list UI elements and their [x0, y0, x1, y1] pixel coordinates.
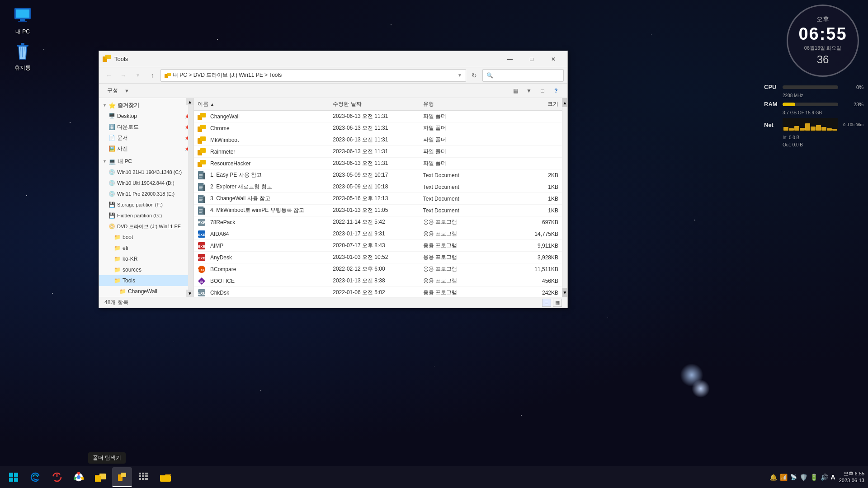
sidebar-item-sources[interactable]: 📁 sources: [99, 264, 193, 275]
table-row[interactable]: ChangeWall 2023-06-13 오전 11:31 파일 폴더: [194, 111, 562, 122]
sidebar-item-win10d[interactable]: 💿 Win10 Ulti 19042.844 (D:): [99, 178, 193, 188]
sidebar-item-downloads[interactable]: ⬇️ 다운로드 📌: [99, 122, 193, 132]
maximize-button[interactable]: □: [521, 52, 542, 66]
language-icon[interactable]: A: [831, 474, 835, 481]
preview-pane-button[interactable]: □: [537, 85, 548, 96]
security-icon[interactable]: 🛡️: [800, 474, 807, 481]
sidebar-item-efi[interactable]: 📁 efi: [99, 243, 193, 253]
up-button[interactable]: ↑: [146, 69, 159, 82]
refresh-button[interactable]: ↻: [468, 69, 481, 82]
folder-button[interactable]: [156, 467, 175, 487]
chrome-button[interactable]: [69, 467, 89, 487]
scrollbar-up[interactable]: ▲: [562, 98, 567, 107]
sidebar-item-storagef[interactable]: 💾 Storage partition (F:): [99, 199, 193, 210]
svg-rect-39: [203, 208, 205, 215]
sidebar-item-desktop[interactable]: 🖥️ Desktop 📌: [99, 111, 193, 122]
table-row[interactable]: EXE AnyDesk 2023-01-03 오전 10:52 응용 프로그램 …: [194, 252, 562, 263]
table-row[interactable]: 2. Explorer 새로고침 참고 2023-05-09 오전 10:18 …: [194, 181, 562, 193]
sidebar-item-win10c[interactable]: 💿 Win10 21H1 19043.1348 (C:): [99, 167, 193, 178]
change-view-button[interactable]: ▦: [509, 85, 521, 96]
address-bar[interactable]: 내 PC > DVD 드라이브 (J:) Win11 PE > Tools ▼: [160, 69, 466, 82]
sidebar-item-ko-kr[interactable]: 📁 ko-KR: [99, 253, 193, 264]
organize-arrow[interactable]: ▼: [124, 88, 129, 94]
sidebar-item-dvdj[interactable]: 📀 DVD 드라이브 (J:) Win11 PE: [99, 221, 193, 232]
tooltip-folder-explorer: 폴더 탐색기: [88, 452, 126, 464]
power-button[interactable]: [47, 467, 67, 487]
cpu-row: CPU 0%: [764, 84, 863, 90]
table-row[interactable]: 4. MkWimboot로 wimPE 부팅등록 참고 2023-01-13 오…: [194, 205, 562, 216]
table-row[interactable]: MkWimboot 2023-06-13 오전 11:31 파일 폴더: [194, 134, 562, 146]
sidebar-item-pictures[interactable]: 🖼️ 사진 📌: [99, 143, 193, 154]
table-row[interactable]: Chrome 2023-06-13 오전 11:31 파일 폴더: [194, 122, 562, 134]
file-type: 파일 폴더: [423, 124, 514, 132]
mypc-header[interactable]: ▼ 💻 내 PC: [99, 156, 193, 167]
details-view-button[interactable]: ▦: [553, 299, 562, 307]
apps-button[interactable]: [134, 467, 154, 487]
table-row[interactable]: EXE ChkDsk 2022-01-06 오전 5:02 응용 프로그램 24…: [194, 287, 562, 297]
table-row[interactable]: EXE AIDA64 2023-01-17 오전 9:31 응용 프로그램 14…: [194, 228, 562, 240]
title-bar-controls: — □ ✕: [500, 52, 564, 66]
address-dropdown-arrow[interactable]: ▼: [458, 73, 462, 78]
favorites-header[interactable]: ▼ ⭐ 즐겨찾기: [99, 100, 193, 111]
help-button[interactable]: ?: [550, 85, 562, 96]
battery-icon[interactable]: 🔋: [810, 474, 818, 481]
col-size-header[interactable]: 크기: [513, 100, 558, 108]
file-icon: [198, 113, 206, 121]
sidebar-item-boot[interactable]: 📁 boot: [99, 232, 193, 243]
recent-button[interactable]: ▼: [132, 69, 144, 82]
table-row[interactable]: Rainmeter 2023-06-13 오전 11:31 파일 폴더: [194, 146, 562, 158]
svg-rect-18: [200, 136, 206, 141]
desktop-icon-recycle-bin[interactable]: 휴지통: [5, 41, 41, 72]
list-view-button[interactable]: ≡: [542, 299, 551, 307]
forward-button[interactable]: →: [117, 69, 130, 82]
svg-rect-23: [198, 171, 203, 179]
table-row[interactable]: B BOOTICE 2023-01-13 오전 8:38 응용 프로그램 456…: [194, 275, 562, 287]
back-button[interactable]: ←: [103, 69, 115, 82]
sidebar-item-hiddeng[interactable]: 💾 Hidden partition (G:): [99, 210, 193, 221]
wifi-icon[interactable]: 📶: [780, 474, 788, 481]
table-row[interactable]: 3. ChangeWall 사용 참고 2023-05-16 오후 12:13 …: [194, 193, 562, 205]
sources-icon: 📁: [113, 266, 121, 273]
volume-icon[interactable]: 🔊: [821, 474, 828, 481]
file-name-cell: B BOOTICE: [198, 277, 333, 285]
desktop-icon-my-pc[interactable]: 내 PC: [5, 5, 41, 36]
sidebar-scroll-up[interactable]: ▲: [186, 98, 193, 105]
organize-button[interactable]: 구성: [104, 86, 121, 95]
file-name-cell: EXE ChkDsk: [198, 289, 333, 297]
sidebar-scroll-down[interactable]: ▼: [186, 290, 193, 297]
star-flare: [678, 361, 705, 389]
table-row[interactable]: EXE AIMP 2020-07-17 오후 8:43 응용 프로그램 9,91…: [194, 240, 562, 252]
col-name-header[interactable]: 이름 ▲: [198, 100, 333, 108]
file-size: 14,775KB: [513, 231, 558, 237]
sidebar-item-documents[interactable]: 📄 문서 📌: [99, 132, 193, 143]
sidebar-item-changewall[interactable]: 📁 ChangeWall: [99, 286, 193, 297]
col-type-header[interactable]: 유형: [423, 100, 514, 108]
sidebar-item-win11e[interactable]: 💿 Win11 Pro 22000.318 (E:): [99, 188, 193, 199]
sidebar-item-tools[interactable]: 📁 Tools: [99, 275, 193, 286]
scrollbar-down[interactable]: ▼: [562, 288, 567, 297]
file-date: 2023-06-13 오전 11:31: [333, 124, 423, 132]
file-date: 2023-06-13 오전 11:31: [333, 113, 423, 120]
taskbar-clock[interactable]: 오후 6:55 2023-06-13: [839, 470, 864, 484]
table-row[interactable]: EXE 78RePack 2022-11-14 오전 5:42 응용 프로그램 …: [194, 216, 562, 228]
explorer-button[interactable]: [90, 467, 110, 487]
table-row[interactable]: 1. Easy PE 사용 참고 2023-05-09 오전 10:17 Tex…: [194, 169, 562, 181]
file-list[interactable]: 이름 ▲ 수정한 날짜 유형 크기 ChangeWall 2023-06-13 …: [194, 98, 562, 297]
svg-text:EXE: EXE: [198, 233, 206, 237]
start-button[interactable]: [4, 467, 24, 487]
svg-rect-5: [21, 43, 24, 45]
svg-rect-87: [145, 475, 146, 477]
view-dropdown-button[interactable]: ▼: [523, 85, 535, 96]
search-bar[interactable]: 🔍: [482, 69, 564, 82]
col-date-header[interactable]: 수정한 날짜: [333, 100, 423, 108]
signal-icon[interactable]: 📡: [790, 474, 797, 480]
svg-rect-24: [203, 173, 205, 179]
table-row[interactable]: EXE BCompare 2022-02-12 오후 6:00 응용 프로그램 …: [194, 263, 562, 275]
close-button[interactable]: ✕: [543, 52, 564, 66]
minimize-button[interactable]: —: [500, 52, 520, 66]
tools-taskbar-button[interactable]: [112, 467, 132, 487]
notification-icon[interactable]: 🔔: [769, 474, 777, 481]
file-list-scrollbar[interactable]: ▲ ▼: [562, 98, 567, 297]
table-row[interactable]: ResourceHacker 2023-06-13 오전 11:31 파일 폴더: [194, 158, 562, 169]
edge-button[interactable]: [25, 467, 45, 487]
